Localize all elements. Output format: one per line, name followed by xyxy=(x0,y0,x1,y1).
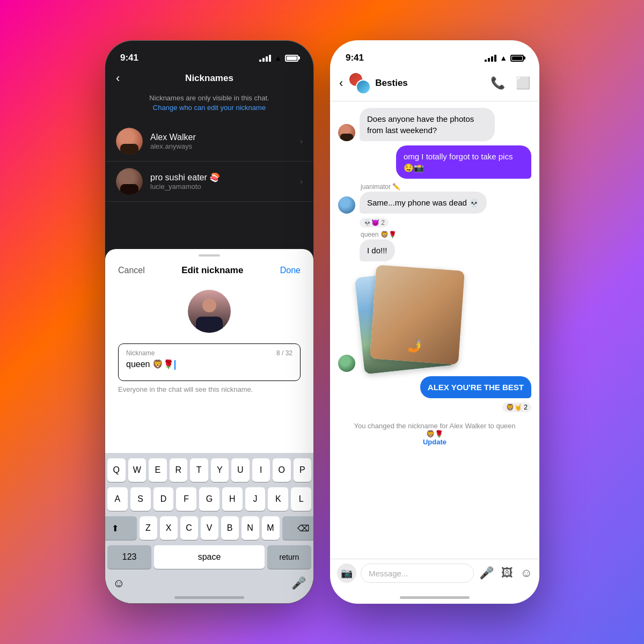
list-item[interactable]: Alex Walker alex.anyways › xyxy=(105,121,313,162)
reaction-row: 💀😈 2 xyxy=(360,218,531,228)
status-bar-1: 9:41 ▲ xyxy=(105,41,313,68)
key-q[interactable]: Q xyxy=(107,458,126,482)
chevron-icon-alex: › xyxy=(300,137,303,145)
key-return[interactable]: return xyxy=(267,545,311,569)
key-v[interactable]: V xyxy=(201,516,218,540)
msg-avatar-2 xyxy=(338,196,355,214)
keyboard: Q W E R T Y U I O P A S D xyxy=(105,453,313,603)
signal-icon-2 xyxy=(485,55,496,62)
sheet-avatar xyxy=(188,290,231,333)
message-input[interactable]: Message... xyxy=(361,564,474,583)
key-f[interactable]: F xyxy=(176,487,196,511)
change-nickname-link[interactable]: Change who can edit your nickname xyxy=(153,104,266,112)
nickname-field-label: Nickname xyxy=(126,349,155,357)
sheet-title: Edit nickname xyxy=(181,265,243,276)
nicknames-header: ‹ Nicknames xyxy=(105,68,313,89)
cancel-button[interactable]: Cancel xyxy=(118,266,145,275)
wifi-icon-2: ▲ xyxy=(500,54,507,62)
message-row: Does anyone have the photos from last we… xyxy=(338,108,531,141)
key-r[interactable]: R xyxy=(170,458,188,482)
msg-avatar-1 xyxy=(338,124,355,141)
reaction-pill[interactable]: 💀😈 2 xyxy=(360,218,389,228)
phone-chat: 9:41 ▲ ‹ Besties xyxy=(330,40,539,604)
mic-button[interactable]: 🎤 xyxy=(479,566,494,580)
contact-username-alex: alex.anyways xyxy=(150,142,300,150)
key-d[interactable]: D xyxy=(153,487,174,511)
time-1: 9:41 xyxy=(120,53,138,63)
message-row: omg I totally forgot to take pics 🤤📸 xyxy=(338,145,531,179)
keyboard-row-4: 123 space return xyxy=(107,545,311,569)
keyboard-row-2: A S D F G H J K L xyxy=(107,487,311,511)
key-h[interactable]: H xyxy=(222,487,243,511)
sticker-button[interactable]: ☺ xyxy=(521,566,532,580)
key-backspace[interactable]: ⌫ xyxy=(282,516,314,540)
back-button-2[interactable]: ‹ xyxy=(339,76,343,90)
signal-icon-1 xyxy=(259,55,271,62)
messages-area: Does anyone have the photos from last we… xyxy=(331,101,539,603)
msg-avatar-3 xyxy=(338,355,355,372)
key-b[interactable]: B xyxy=(221,516,239,540)
gallery-button[interactable]: 🖼 xyxy=(501,566,513,580)
key-123[interactable]: 123 xyxy=(107,545,151,569)
status-icons-1: ▲ xyxy=(259,54,298,62)
chat-input-bar: 📷 Message... 🎤 🖼 ☺ xyxy=(331,559,539,587)
mic-key[interactable]: 🎤 xyxy=(291,576,306,590)
key-s[interactable]: S xyxy=(130,487,151,511)
bubble: ALEX YOU'RE THE BEST xyxy=(420,376,531,398)
chat-avatar-group xyxy=(348,72,371,94)
sender-name-label-queen: queen 🦁🌹 xyxy=(361,231,531,238)
contact-username-lucie: lucie_yamamoto xyxy=(150,182,300,191)
key-a[interactable]: A xyxy=(107,487,128,511)
key-g[interactable]: G xyxy=(199,487,219,511)
input-actions: 🎤 🖼 ☺ xyxy=(479,566,532,580)
key-i[interactable]: I xyxy=(252,458,270,482)
key-k[interactable]: K xyxy=(268,487,288,511)
emoji-key[interactable]: ☺ xyxy=(113,576,125,590)
char-count: 8 / 32 xyxy=(276,349,292,357)
nickname-input-box[interactable]: Nickname 8 / 32 queen 🦁🌹 xyxy=(118,343,301,381)
chat-name: Besties xyxy=(375,78,491,89)
nicknames-title: Nicknames xyxy=(185,73,233,84)
back-button-1[interactable]: ‹ xyxy=(116,71,120,85)
message-row: Same...my phone was dead 💀 xyxy=(338,192,531,214)
sheet-avatar-container xyxy=(105,284,313,343)
key-space[interactable]: space xyxy=(154,545,265,569)
key-c[interactable]: C xyxy=(180,516,198,540)
battery-icon-1 xyxy=(285,55,298,62)
done-button[interactable]: Done xyxy=(280,266,301,275)
video-call-button[interactable]: ⬜ xyxy=(516,76,530,90)
key-o[interactable]: O xyxy=(273,458,291,482)
key-p[interactable]: P xyxy=(294,458,312,482)
reaction-pill-2[interactable]: 🦁🤘 2 xyxy=(502,402,531,412)
key-w[interactable]: W xyxy=(128,458,147,482)
key-e[interactable]: E xyxy=(149,458,167,482)
phone-call-button[interactable]: 📞 xyxy=(491,76,505,90)
message-row: ALEX YOU'RE THE BEST xyxy=(338,376,531,398)
key-n[interactable]: N xyxy=(241,516,259,540)
key-m[interactable]: M xyxy=(262,516,280,540)
key-l[interactable]: L xyxy=(291,487,311,511)
nickname-input-value[interactable]: queen 🦁🌹 xyxy=(126,359,292,370)
list-item[interactable]: pro sushi eater 🍣 lucie_yamamoto › xyxy=(105,162,313,202)
home-bar-2 xyxy=(400,596,470,599)
camera-button[interactable]: 📷 xyxy=(337,564,356,583)
key-shift[interactable]: ⬆ xyxy=(105,516,137,540)
update-link[interactable]: Update xyxy=(423,438,447,446)
bubble: Does anyone have the photos from last we… xyxy=(360,108,495,141)
contact-name-alex: Alex Walker xyxy=(150,133,300,142)
contact-name-lucie: pro sushi eater 🍣 xyxy=(150,172,300,182)
key-y[interactable]: Y xyxy=(211,458,229,482)
key-j[interactable]: J xyxy=(245,487,266,511)
key-t[interactable]: T xyxy=(190,458,208,482)
battery-icon-2 xyxy=(510,55,524,62)
key-z[interactable]: Z xyxy=(140,516,157,540)
time-2: 9:41 xyxy=(346,53,364,63)
bubble: omg I totally forgot to take pics 🤤📸 xyxy=(396,145,531,179)
chevron-icon-lucie: › xyxy=(300,177,303,186)
bubble: Same...my phone was dead 💀 xyxy=(360,192,487,214)
sender-name-label: juanimator ✏️ xyxy=(361,183,531,191)
key-x[interactable]: X xyxy=(160,516,178,540)
key-u[interactable]: U xyxy=(231,458,250,482)
chat-actions: 📞 ⬜ xyxy=(491,76,530,90)
chat-avatar-2 xyxy=(356,79,371,94)
